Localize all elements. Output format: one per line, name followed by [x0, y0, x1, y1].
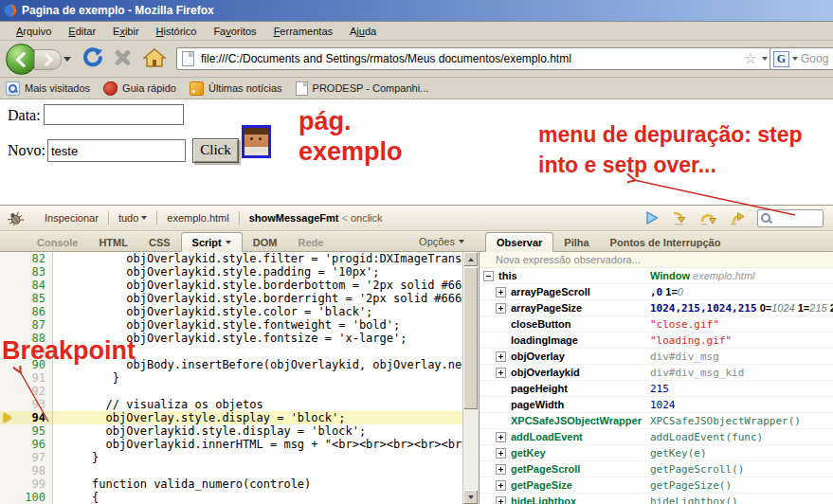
autocomplete-dropdown-icon[interactable] [762, 57, 768, 61]
breakpoint-column[interactable] [0, 438, 15, 451]
menu-item-editar[interactable]: Editar [60, 24, 104, 39]
back-button[interactable] [6, 44, 37, 75]
line-number[interactable]: 92 [15, 385, 52, 398]
history-dropdown-icon[interactable] [63, 57, 71, 62]
watch-row-pageHeight[interactable]: pageHeight215 [480, 381, 833, 397]
line-number[interactable]: 97 [15, 451, 52, 464]
line-number[interactable]: 98 [15, 464, 52, 477]
plus-expander-icon[interactable] [496, 480, 506, 491]
tab-pilha[interactable]: Pilha [553, 233, 599, 251]
search-engine-dropdown-icon[interactable] [792, 57, 798, 61]
scroll-up-button[interactable] [463, 252, 478, 266]
step-into-button[interactable] [671, 211, 687, 225]
watch-row-closeButton[interactable]: closeButton"close.gif" [480, 316, 833, 333]
script-scrollbar[interactable] [462, 252, 479, 504]
tab-observar[interactable]: Observar [485, 232, 553, 252]
line-number[interactable]: 83 [15, 265, 52, 279]
tab-dom[interactable]: DOM [243, 233, 288, 251]
home-button[interactable] [143, 46, 166, 69]
plus-expander-icon[interactable] [496, 368, 506, 378]
forward-button[interactable] [34, 49, 62, 70]
current-execution-arrow-icon[interactable] [0, 411, 15, 424]
breakpoint-column[interactable] [0, 491, 15, 504]
breakpoint-column[interactable] [0, 265, 15, 279]
tab-html[interactable]: HTML [88, 233, 138, 251]
script-search-box[interactable] [757, 209, 824, 227]
menu-item-favoritos[interactable]: Favoritos [205, 24, 264, 39]
current-function-breadcrumb[interactable]: showMessageFmt < onclick [246, 210, 386, 225]
watch-row-getPageSize[interactable]: getPageSizegetPageSize() [480, 477, 833, 494]
breakpoint-column[interactable] [0, 424, 15, 438]
step-out-button[interactable] [729, 211, 745, 225]
watch-row-addLoadEvent[interactable]: addLoadEventaddLoadEvent(func) [480, 429, 833, 445]
breakpoint-column[interactable] [0, 305, 15, 318]
line-number[interactable]: 87 [15, 318, 52, 332]
address-bar[interactable] [176, 47, 773, 70]
scrollbar-thumb[interactable] [463, 267, 478, 409]
watch-row-pageWidth[interactable]: pageWidth1024 [480, 397, 833, 413]
watch-row-objOverlay[interactable]: objOverlaydiv#div_msg [480, 349, 833, 365]
plus-expander-icon[interactable] [496, 496, 506, 504]
reload-button[interactable] [81, 46, 104, 69]
menu-item-histórico[interactable]: Histórico [148, 24, 206, 39]
tab-console[interactable]: Console [27, 233, 88, 251]
line-number[interactable]: 95 [15, 424, 52, 438]
breakpoint-column[interactable] [0, 252, 15, 265]
breakpoint-column[interactable] [0, 464, 15, 477]
line-number[interactable]: 93 [15, 398, 52, 411]
bookmark-star-icon[interactable] [744, 52, 757, 66]
bookmark-item[interactable]: Mais visitados [6, 81, 90, 96]
watch-row-loadingImage[interactable]: loadingImage"loading.gif" [480, 333, 833, 349]
menu-item-ferramentas[interactable]: Ferramentas [265, 24, 341, 39]
bookmark-item[interactable]: Últimas notícias [190, 81, 282, 96]
menu-item-arquivo[interactable]: Arquivo [8, 24, 60, 39]
line-number[interactable]: 96 [15, 438, 52, 451]
breakpoint-column[interactable] [0, 398, 15, 411]
new-watch-expression-row[interactable]: Nova expressão observadora... [480, 252, 833, 268]
breakpoint-column[interactable] [0, 451, 15, 464]
scroll-down-button[interactable] [463, 490, 478, 504]
breakpoint-column[interactable] [0, 371, 15, 385]
breakpoint-column[interactable] [0, 385, 15, 398]
plus-expander-icon[interactable] [496, 351, 506, 362]
watch-row-this[interactable]: thisWindow exemplo.html [480, 268, 833, 284]
continue-button[interactable] [645, 211, 659, 225]
step-over-button[interactable] [699, 211, 716, 225]
minus-expander-icon[interactable] [483, 271, 494, 281]
stop-button[interactable] [113, 48, 132, 67]
menu-item-exibir[interactable]: Exibir [104, 24, 148, 39]
breakpoint-column[interactable] [0, 292, 15, 305]
line-number[interactable]: 99 [15, 477, 52, 491]
bookmark-item[interactable]: PRODESP - Companhi... [296, 81, 429, 96]
watch-row-getKey[interactable]: getKeygetKey(e) [480, 445, 833, 461]
firebug-icon[interactable] [8, 211, 24, 225]
plus-expander-icon[interactable] [496, 432, 506, 442]
script-search-input[interactable] [772, 212, 814, 225]
watch-row-XPCSafeJSObjectWrapper[interactable]: XPCSafeJSObjectWrapperXPCSafeJSObjectWra… [480, 413, 833, 429]
watch-row-arrayPageSize[interactable]: arrayPageSize1024,215,1024,215 0=1024 1=… [480, 300, 833, 316]
menu-item-ajuda[interactable]: Ajuda [341, 24, 385, 39]
line-number[interactable]: 94 [15, 411, 52, 424]
line-number[interactable]: 84 [15, 279, 52, 292]
line-number[interactable]: 82 [15, 252, 52, 265]
inspect-button[interactable]: Inspecionar [42, 210, 101, 225]
script-file-selector[interactable]: exemplo.html [164, 210, 231, 225]
plus-expander-icon[interactable] [496, 448, 506, 459]
tab-pontos-de-interrupção[interactable]: Pontos de Interrupção [600, 233, 732, 251]
line-number[interactable]: 91 [15, 371, 52, 385]
plus-expander-icon[interactable] [496, 303, 506, 314]
line-number[interactable]: 85 [15, 292, 52, 305]
watch-row-getPageScroll[interactable]: getPageScrollgetPageScroll() [480, 461, 833, 477]
line-number[interactable]: 100 [15, 491, 52, 504]
breakpoint-column[interactable] [0, 279, 15, 292]
line-number[interactable]: 86 [15, 305, 52, 318]
bookmark-item[interactable]: Guia rápido [103, 81, 176, 96]
tab-rede[interactable]: Rede [287, 233, 334, 251]
plus-expander-icon[interactable] [496, 464, 506, 475]
breakpoint-column[interactable] [0, 477, 15, 491]
watch-row-objOverlaykid[interactable]: objOverlaykiddiv#div_msg_kid [480, 365, 833, 381]
watch-row-hideLightbox[interactable]: hideLightboxhideLightbox() [480, 494, 833, 504]
url-input[interactable] [199, 51, 739, 66]
options-dropdown[interactable]: Opções [419, 236, 464, 247]
tab-css[interactable]: CSS [138, 233, 181, 251]
